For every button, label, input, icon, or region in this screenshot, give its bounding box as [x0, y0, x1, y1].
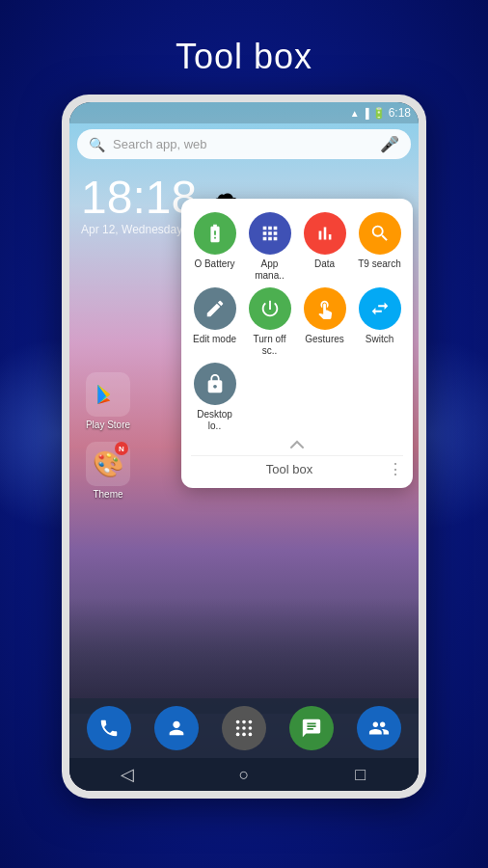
toolbox-row2: Edit mode Turn off sc.. Gestures: [191, 287, 403, 357]
svg-point-7: [242, 733, 246, 737]
tool-desktop-lock-label: Desktop lo..: [191, 409, 238, 432]
dock-bar: [69, 698, 419, 758]
recents-icon: □: [355, 765, 366, 785]
tool-edit-mode[interactable]: Edit mode: [191, 287, 238, 357]
toolbox-row1: O Battery App mana.. Data: [191, 212, 403, 282]
toolbox-popup: O Battery App mana.. Data: [181, 199, 413, 488]
app-manager-icon-circle: [249, 212, 291, 255]
page-title: Tool box: [176, 37, 312, 77]
status-bar: ▲ ▐ 🔋 6:18: [69, 102, 419, 123]
dock-apps[interactable]: [222, 706, 266, 750]
search-placeholder: Search app, web: [113, 137, 372, 151]
toolbox-footer: Tool box ⋮: [191, 455, 403, 478]
tool-turn-off-screen-label: Turn off sc..: [246, 334, 293, 357]
svg-point-4: [242, 726, 246, 730]
tool-app-manager-label: App mana..: [246, 258, 293, 282]
tool-gestures-label: Gestures: [305, 334, 344, 345]
theme-icon[interactable]: 🎨 N Theme: [81, 442, 135, 500]
wifi-icon: ▲: [350, 108, 360, 119]
dock-contacts[interactable]: [154, 706, 199, 750]
dock-people[interactable]: [357, 706, 401, 750]
clock-widget: 18:18 Apr 12, Wednesday: [81, 175, 197, 236]
edit-mode-icon-circle: [194, 287, 236, 330]
tool-switch-label: Switch: [366, 334, 393, 345]
tool-battery-label: O Battery: [194, 258, 234, 270]
desktop-lock-icon-circle: [194, 363, 236, 405]
battery-icon-circle: [194, 212, 236, 255]
play-store-label: Play Store: [86, 420, 130, 430]
svg-point-2: [249, 720, 253, 724]
switch-icon-circle: [359, 287, 401, 330]
desktop-icons: Play Store 🎨 N Theme: [77, 295, 135, 500]
dock-messenger[interactable]: [289, 706, 334, 750]
tool-t9search[interactable]: T9 search: [356, 212, 403, 282]
status-icons: ▲ ▐ 🔋 6:18: [350, 106, 411, 120]
home-icon: ○: [239, 765, 250, 785]
tool-t9search-label: T9 search: [358, 258, 400, 270]
svg-point-6: [236, 733, 240, 737]
toolbox-chevron: [191, 438, 403, 455]
svg-point-3: [236, 726, 240, 730]
toolbox-footer-title: Tool box: [191, 462, 388, 476]
nav-home[interactable]: ○: [225, 761, 263, 788]
phone-screen: ▲ ▐ 🔋 6:18 🔍 Search app, web 🎤 18:18 Apr…: [69, 102, 419, 791]
theme-label: Theme: [93, 489, 122, 500]
turn-off-screen-icon-circle: [249, 287, 291, 330]
dock-phone[interactable]: [87, 706, 131, 750]
back-icon: ◁: [121, 764, 134, 785]
svg-point-5: [249, 726, 253, 730]
clock-time: 18:18: [81, 175, 197, 221]
tool-data[interactable]: Data: [301, 212, 348, 282]
tool-battery[interactable]: O Battery: [191, 212, 238, 282]
data-icon-circle: [304, 212, 346, 255]
tool-edit-mode-label: Edit mode: [193, 334, 236, 345]
search-icon: 🔍: [89, 137, 105, 152]
svg-point-8: [249, 733, 253, 737]
tool-gestures[interactable]: Gestures: [301, 287, 348, 357]
play-store-svg: [95, 381, 122, 408]
toolbox-row3: Desktop lo..: [191, 363, 403, 432]
battery-icon: 🔋: [372, 107, 386, 120]
tool-desktop-lock[interactable]: Desktop lo..: [191, 363, 238, 432]
nav-bar: ◁ ○ □: [69, 758, 419, 791]
mic-icon[interactable]: 🎤: [380, 135, 399, 153]
tool-app-manager[interactable]: App mana..: [246, 212, 293, 282]
clock-date: Apr 12, Wednesday: [81, 223, 197, 236]
tool-turn-off-screen[interactable]: Turn off sc..: [246, 287, 293, 357]
gestures-icon-circle: [304, 287, 346, 330]
search-bar[interactable]: 🔍 Search app, web 🎤: [77, 129, 411, 159]
play-store-icon[interactable]: Play Store: [81, 372, 135, 430]
svg-point-0: [236, 720, 240, 724]
status-time: 6:18: [389, 106, 411, 120]
tool-data-label: Data: [314, 258, 335, 270]
more-options-icon[interactable]: ⋮: [388, 460, 403, 478]
svg-point-1: [242, 720, 246, 724]
nav-recents[interactable]: □: [341, 761, 380, 788]
nav-back[interactable]: ◁: [108, 761, 147, 788]
phone-frame: ▲ ▐ 🔋 6:18 🔍 Search app, web 🎤 18:18 Apr…: [62, 95, 426, 799]
signal-icon: ▐: [363, 108, 369, 119]
t9search-icon-circle: [359, 212, 401, 255]
tool-switch[interactable]: Switch: [356, 287, 403, 357]
